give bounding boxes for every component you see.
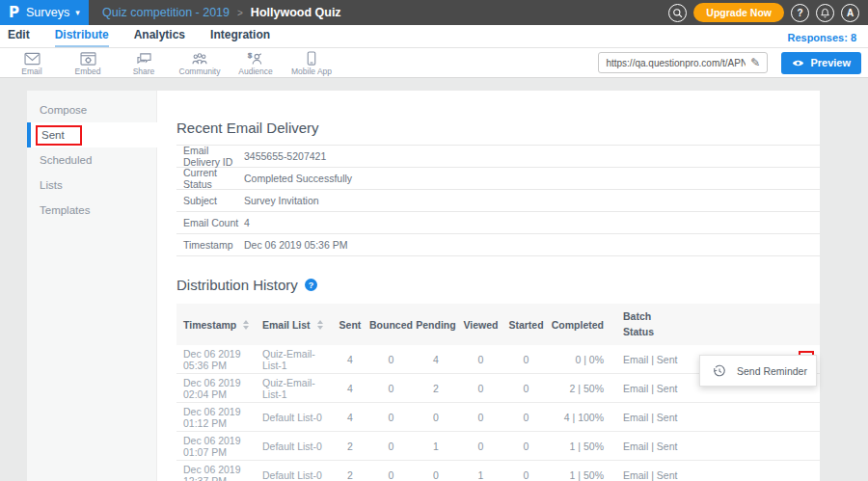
app-menu-label: Surveys [26,6,69,19]
cell-sent: 4 [332,412,368,423]
responses-count[interactable]: Responses: 8 [787,32,860,47]
section-title-text: Recent Email Delivery [176,120,319,136]
edit-url-icon[interactable]: ✎ [750,56,760,69]
cell-batch-status: Email | Sent [604,412,785,423]
community-icon [191,52,208,66]
cell-bounced: 0 [368,383,414,394]
channel-share[interactable]: Share [116,50,172,76]
sent-content: Recent Email Delivery Email Delivery ID … [157,91,820,481]
audience-icon: $ [247,52,264,66]
column-header-completed: Completed [549,319,604,331]
cell-timestamp: Dec 06 2019 02:04 PM [176,377,262,400]
column-header-started: Started [503,319,549,331]
channel-community[interactable]: Community [172,50,228,76]
share-icon [136,52,152,66]
distribution-help-icon[interactable]: ? [305,279,317,291]
cell-pending: 4 [414,354,458,365]
detail-value: 3455655-5207421 [244,150,326,162]
detail-label: Email Count [176,217,244,228]
upgrade-now-button[interactable]: Upgrade Now [693,3,784,22]
cell-bounced: 0 [368,354,414,365]
channel-embed[interactable]: Embed [60,50,116,76]
column-header-email-list[interactable]: Email List [262,319,332,331]
channel-email[interactable]: Email [4,50,60,76]
cell-sent: 2 [332,441,368,452]
cell-email-list: Quiz-Email-List-1 [262,348,332,371]
cell-started: 0 [503,469,549,481]
cell-batch-status: Email | Sent [604,441,785,452]
sidebar-item-templates[interactable]: Templates [27,198,156,223]
sidebar-item-label: Lists [40,179,63,191]
cell-pending: 2 [414,383,458,394]
column-header-sent: Sent [332,319,368,331]
distribution-history-table: Timestamp Email List Sent Bounced Pendin… [176,304,820,481]
detail-row: Subject Survey Invitation [176,190,820,212]
cell-viewed: 0 [458,412,503,423]
column-header-viewed: Viewed [458,319,503,331]
channel-mobile-app[interactable]: Mobile App [284,49,339,76]
mobile-app-icon [306,51,317,66]
channel-label: Audience [238,67,272,76]
cell-email-list: Default List-0 [262,441,332,452]
sent-panel: Compose Sent Scheduled Lists Templates R… [27,91,820,481]
top-header-bar: P Surveys ▾ Quiz competition - 2019 > Ho… [0,0,868,25]
tab-analytics[interactable]: Analytics [134,25,185,47]
sidebar-item-label: Compose [40,104,87,116]
breadcrumb-separator: > [237,8,243,18]
survey-url-field[interactable]: https://qa.questionpro.com/t/APNrFZf29 ✎ [598,52,768,73]
search-icon [672,8,683,18]
cell-pending: 0 [414,412,458,423]
detail-row: Email Delivery ID 3455655-5207421 [176,146,820,168]
survey-url-value[interactable]: https://qa.questionpro.com/t/APNrFZf29 [606,58,746,68]
cell-timestamp: Dec 06 2019 01:07 PM [176,435,262,458]
send-reminder-label: Send Reminder [737,365,807,377]
avatar[interactable]: A [841,4,859,22]
tab-edit[interactable]: Edit [8,25,30,47]
sidebar-item-sent[interactable]: Sent [27,122,157,147]
distribute-sidebar: Compose Sent Scheduled Lists Templates [27,91,157,481]
breadcrumb-survey-group[interactable]: Quiz competition - 2019 [102,6,230,19]
eye-icon [792,59,804,67]
surveys-app-menu[interactable]: P Surveys ▾ [0,0,89,25]
help-button[interactable]: ? [791,4,809,22]
cell-email-list: Default List-0 [262,412,332,423]
detail-label: Current Status [176,167,244,190]
cell-viewed: 1 [458,469,503,481]
svg-text:$: $ [248,52,253,60]
column-label: Batch Status [623,309,664,338]
channel-label: Share [133,67,155,76]
sidebar-item-label: Templates [40,204,90,216]
send-reminder-menu-item[interactable]: Send Reminder [699,355,817,387]
sidebar-item-scheduled[interactable]: Scheduled [27,147,156,173]
sidebar-item-lists[interactable]: Lists [27,173,156,198]
notifications-button[interactable] [816,4,834,22]
detail-value: Completed Successfully [244,173,352,184]
search-button[interactable] [668,4,687,22]
sidebar-item-compose[interactable]: Compose [27,97,156,122]
column-header-timestamp[interactable]: Timestamp [176,319,262,331]
distribution-history-title: Distribution History ? [176,277,820,293]
preview-label: Preview [810,57,851,68]
header-actions: Upgrade Now ? A [668,0,868,25]
detail-value: 4 [244,217,250,228]
cell-email-list: Default List-0 [262,469,332,481]
cell-sent: 2 [332,469,368,481]
column-label: Email List [262,319,311,331]
tab-integration[interactable]: Integration [210,25,270,47]
email-delivery-details: Email Delivery ID 3455655-5207421 Curren… [176,145,820,256]
tab-distribute[interactable]: Distribute [55,25,109,47]
column-header-pending: Pending [414,319,458,331]
preview-button[interactable]: Preview [781,52,861,74]
email-icon [24,52,41,66]
column-header-batch-status: Batch Status [604,309,785,338]
channel-audience[interactable]: $ Audience [228,50,284,76]
sort-icon[interactable] [243,320,249,330]
cell-completed: 2 | 50% [549,383,604,394]
cell-email-list: Quiz-Email-List-1 [262,377,332,400]
recent-email-delivery-title: Recent Email Delivery [176,120,820,136]
bell-icon [820,8,830,18]
cell-completed: 1 | 50% [549,469,604,481]
sort-icon[interactable] [317,320,323,330]
cell-timestamp: Dec 06 2019 01:12 PM [176,406,262,429]
cell-pending: 0 [414,469,458,481]
